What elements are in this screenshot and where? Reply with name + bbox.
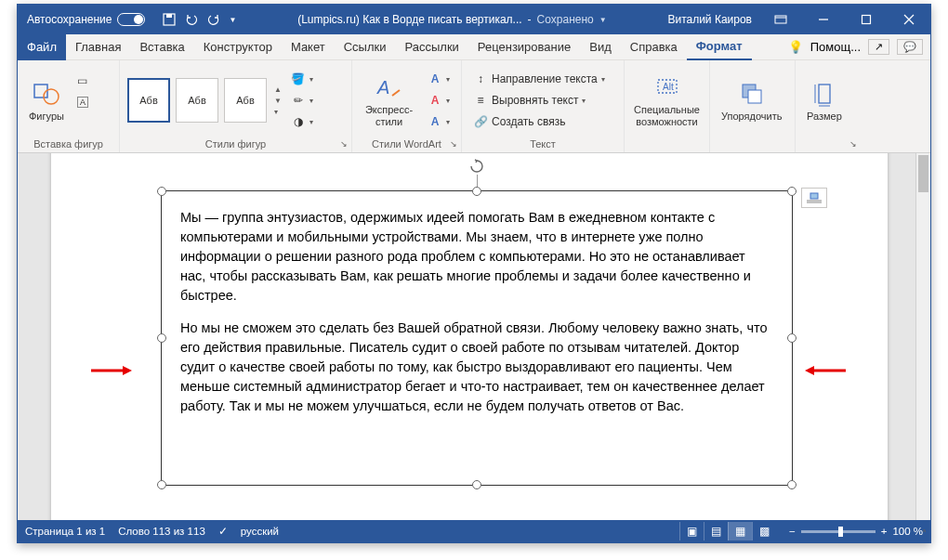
share-icon[interactable]: ↗ — [868, 39, 889, 55]
tab-review[interactable]: Рецензирование — [468, 34, 580, 60]
tab-file[interactable]: Файл — [18, 34, 66, 60]
text-outline-icon: A — [428, 93, 442, 108]
tab-design[interactable]: Конструктор — [194, 34, 282, 60]
web-layout-icon[interactable]: ▩ — [752, 522, 776, 540]
tab-mailings[interactable]: Рассылки — [395, 34, 467, 60]
collapse-ribbon-icon[interactable]: ˄ — [922, 528, 927, 539]
read-mode-icon[interactable]: ▤ — [704, 522, 728, 540]
shape-effects[interactable]: ◑▾ — [287, 112, 317, 131]
text-fill[interactable]: A▾ — [424, 70, 454, 88]
shape-gallery-expand[interactable]: ▭ — [73, 72, 92, 90]
tell-me-icon[interactable]: 💡 — [788, 40, 803, 54]
group-shape-styles: Абв Абв Абв ▲ ▼ ▾ 🪣▾ ✏▾ ◑▾ Стили фигур↘ — [120, 60, 352, 152]
resize-handle[interactable] — [787, 333, 797, 343]
align-text-button[interactable]: ≡Выровнять текст▾ — [469, 91, 616, 110]
autosave-toggle[interactable]: Автосохранение — [18, 13, 154, 26]
tab-format[interactable]: Формат — [687, 34, 752, 60]
create-link-label: Создать связь — [492, 115, 565, 128]
language-indicator[interactable]: русский — [241, 526, 279, 537]
arrange-button[interactable]: Упорядочить — [718, 77, 785, 124]
close-icon[interactable] — [888, 5, 930, 34]
focus-mode-icon[interactable]: ▣ — [679, 522, 704, 540]
tab-help[interactable]: Справка — [621, 34, 687, 60]
word-count[interactable]: Слово 113 из 113 — [118, 526, 205, 537]
textbox-icon: A — [77, 97, 88, 108]
gallery-more-icon[interactable]: ▾ — [274, 108, 282, 116]
toggle-switch-icon[interactable] — [117, 13, 145, 26]
rect-icon: ▭ — [77, 74, 87, 87]
print-layout-icon[interactable]: ▦ — [728, 522, 752, 540]
draw-textbox[interactable]: A — [73, 93, 92, 111]
fill-icon: 🪣 — [291, 72, 306, 86]
resize-handle[interactable] — [157, 187, 166, 196]
paragraph-2[interactable]: Но мы не сможем это сделать без Вашей об… — [180, 319, 773, 416]
tab-home[interactable]: Главная — [66, 34, 130, 60]
shape-style-1[interactable]: Абв — [127, 78, 170, 123]
redo-icon[interactable] — [206, 12, 221, 27]
comments-icon[interactable]: 💬 — [897, 39, 923, 55]
ribbon-display-icon[interactable] — [759, 5, 802, 34]
resize-handle[interactable] — [787, 480, 797, 489]
resize-handle[interactable] — [157, 333, 166, 343]
resize-handle[interactable] — [787, 187, 797, 196]
text-box[interactable]: Мы — группа энтузиастов, одержимых идеей… — [161, 190, 793, 486]
tab-view[interactable]: Вид — [580, 34, 621, 60]
svg-point-9 — [44, 89, 59, 104]
maximize-icon[interactable] — [845, 5, 888, 34]
tab-insert[interactable]: Вставка — [130, 34, 193, 60]
user-name[interactable]: Виталий Каиров — [660, 13, 759, 26]
express-styles-button[interactable]: A Экспресс-стили — [360, 71, 418, 129]
spell-check-icon[interactable]: ✓ — [218, 525, 228, 538]
text-direction-label: Направление текста — [492, 72, 598, 85]
minimize-icon[interactable] — [802, 5, 845, 34]
gallery-down-icon[interactable]: ▼ — [274, 97, 282, 105]
text-fill-icon: A — [428, 72, 442, 86]
text-direction-button[interactable]: ↕Направление текста▾ — [469, 70, 616, 88]
shapes-button[interactable]: Фигуры — [25, 77, 68, 124]
shape-style-3[interactable]: Абв — [224, 78, 267, 123]
vertical-scrollbar[interactable] — [915, 153, 930, 520]
svg-marker-22 — [123, 366, 132, 375]
status-bar: Страница 1 из 1 Слово 113 из 113 ✓ русск… — [18, 520, 930, 542]
svg-marker-24 — [805, 366, 814, 375]
group-insert-shapes: Фигуры ▭ A Вставка фигур — [18, 60, 120, 152]
scroll-thumb[interactable] — [918, 155, 928, 192]
tab-references[interactable]: Ссылки — [335, 34, 396, 60]
gallery-up-icon[interactable]: ▲ — [274, 85, 282, 94]
accessibility-button[interactable]: Alt Специальные возможности — [632, 71, 702, 129]
size-button[interactable]: Размер — [803, 77, 846, 124]
layout-options-icon[interactable] — [801, 188, 827, 208]
tab-layout[interactable]: Макет — [282, 34, 335, 60]
text-outline[interactable]: A▾ — [424, 91, 454, 110]
title-dropdown-icon[interactable]: ▼ — [599, 16, 607, 24]
shape-fill[interactable]: 🪣▾ — [287, 70, 317, 88]
launcher-icon[interactable]: ↘ — [849, 139, 857, 149]
group-arrange: Упорядочить — [710, 60, 796, 152]
qat-dropdown-icon[interactable]: ▼ — [229, 16, 236, 24]
zoom-in-icon[interactable]: + — [881, 526, 888, 537]
resize-handle[interactable] — [472, 480, 481, 489]
shape-outline[interactable]: ✏▾ — [287, 91, 317, 110]
launcher-icon[interactable]: ↘ — [340, 139, 348, 149]
view-buttons: ▣ ▤ ▦ ▩ — [679, 522, 776, 540]
resize-handle[interactable] — [157, 480, 166, 489]
document-area[interactable]: Мы — группа энтузиастов, одержимых идеей… — [18, 153, 930, 520]
tell-me-label[interactable]: Помощ... — [810, 40, 861, 54]
page-indicator[interactable]: Страница 1 из 1 — [25, 526, 105, 537]
launcher-icon[interactable]: ↘ — [450, 139, 457, 149]
svg-rect-5 — [862, 16, 871, 24]
create-link-button[interactable]: 🔗Создать связь — [469, 112, 616, 131]
undo-icon[interactable] — [184, 12, 199, 27]
zoom-out-icon[interactable]: − — [789, 526, 796, 537]
shape-style-2[interactable]: Абв — [176, 78, 218, 123]
arrange-label: Упорядочить — [721, 111, 782, 123]
ribbon: Фигуры ▭ A Вставка фигур Абв Абв Абв ▲ ▼… — [18, 60, 930, 153]
text-effects[interactable]: A▾ — [424, 112, 454, 131]
paragraph-1[interactable]: Мы — группа энтузиастов, одержимых идеей… — [180, 208, 773, 306]
svg-rect-1 — [166, 14, 172, 18]
zoom-value[interactable]: 100 % — [892, 526, 923, 537]
resize-handle[interactable] — [472, 187, 481, 196]
zoom-slider[interactable] — [801, 530, 876, 533]
save-icon[interactable] — [162, 12, 177, 27]
rotate-handle-icon[interactable] — [468, 158, 485, 175]
